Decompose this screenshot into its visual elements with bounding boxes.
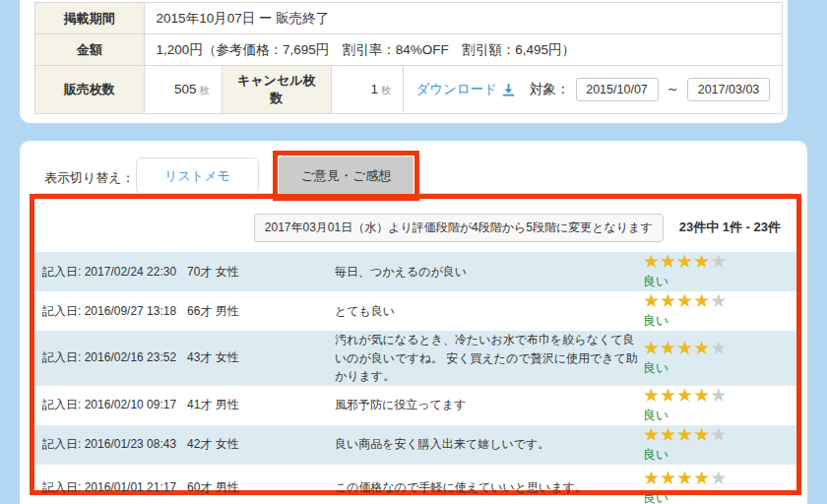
price-value: 1,200円（参考価格：7,695円 割引率：84%OFF 割引額：6,495円… <box>144 34 782 66</box>
date-prefix: 記入日: <box>42 480 81 494</box>
date-value: 2016/09/27 13:18 <box>85 304 176 318</box>
star-rating: ★★★★★ <box>643 292 796 311</box>
tab-feedback[interactable]: ご意見・ご感想 <box>279 157 414 195</box>
table-row: 掲載期間 2015年10月07日 ー 販売終了 <box>35 3 783 34</box>
review-row: 記入日: 2016/01/01 21:17 60才 男性 この価格なので手軽に使… <box>34 465 796 504</box>
sales-count-value: 505 <box>174 82 197 96</box>
review-rating: ★★★★★ 良い <box>643 252 796 291</box>
star-icon: ★ <box>693 424 710 445</box>
cancel-count-header: キャンセル枚数 <box>222 66 331 114</box>
star-icon: ★ <box>643 424 660 445</box>
review-row: 記入日: 2017/02/24 22:30 70才 女性 毎日、つかえるのが良い… <box>34 252 796 291</box>
date-prefix: 記入日: <box>42 304 81 318</box>
review-rating: ★★★★★ 良い <box>643 469 796 504</box>
review-row: 記入日: 2016/02/10 09:17 41才 男性 風邪予防に役立ってます… <box>34 386 796 425</box>
review-comment: 風邪予防に役立ってます <box>335 396 643 414</box>
review-comment: 良い商品を安く購入出来て嬉しいです。 <box>335 435 643 454</box>
rating-change-notice: 2017年03月01日（水）より評価段階が4段階から5段階に変更となります <box>254 214 664 242</box>
star-icon: ★ <box>710 290 727 311</box>
review-date: 記入日: 2016/01/01 21:17 <box>34 479 187 496</box>
star-icon: ★ <box>693 385 710 406</box>
star-icon: ★ <box>676 385 693 406</box>
download-link-label: ダウンロード <box>415 81 497 98</box>
rating-label: 良い <box>643 446 796 464</box>
star-icon: ★ <box>693 251 710 272</box>
review-row: 記入日: 2016/09/27 13:18 66才 男性 とても良い ★★★★★… <box>34 291 796 331</box>
star-rating: ★★★★★ <box>643 340 796 358</box>
date-to-input[interactable] <box>687 78 770 101</box>
rating-label: 良い <box>643 489 796 504</box>
reviewer-age-gender: 41才 男性 <box>187 397 335 413</box>
star-icon: ★ <box>643 290 660 311</box>
star-icon: ★ <box>660 290 676 311</box>
product-summary-card: 掲載期間 2015年10月07日 ー 販売終了 金額 1,200円（参考価格：7… <box>20 0 788 123</box>
reviewer-age-gender: 70才 女性 <box>187 264 335 281</box>
star-icon: ★ <box>710 338 727 358</box>
download-link[interactable]: ダウンロード <box>415 81 516 98</box>
notice-row: 2017年03月01日（水）より評価段階が4段階から5段階に変更となります 23… <box>34 213 796 242</box>
review-rating: ★★★★★ 良い <box>643 425 796 465</box>
review-comment: 汚れが気になるとき、冷たいお水で布巾を絞らなくて良いのが良いですね。 安く買えた… <box>335 331 643 386</box>
star-rating: ★★★★★ <box>643 387 796 406</box>
review-list: 記入日: 2017/02/24 22:30 70才 女性 毎日、つかえるのが良い… <box>34 252 796 504</box>
review-date: 記入日: 2016/01/23 08:43 <box>34 436 187 453</box>
date-prefix: 記入日: <box>42 265 81 279</box>
review-rating: ★★★★★ 良い <box>643 291 796 331</box>
reviewer-age-gender: 60才 男性 <box>187 479 335 496</box>
review-date: 記入日: 2016/02/10 09:17 <box>34 397 187 413</box>
price-header: 金額 <box>35 34 145 66</box>
date-range-separator: ～ <box>667 81 680 98</box>
sales-count-unit: 枚 <box>199 84 210 95</box>
review-rating: ★★★★★ 良い <box>643 339 796 378</box>
feedback-panel: 2017年03月01日（水）より評価段階が4段階から5段階に変更となります 23… <box>30 194 801 495</box>
cancel-count-cell: 1枚 <box>331 66 404 114</box>
rating-label: 良い <box>643 359 796 377</box>
download-icon <box>501 83 516 97</box>
review-count: 23件中 1件 - 23件 <box>679 219 781 236</box>
tab-list-memo[interactable]: リストメモ <box>136 158 259 194</box>
date-prefix: 記入日: <box>42 437 81 451</box>
star-icon: ★ <box>693 338 710 358</box>
review-comment: この価格なので手軽に使えていいと思います。 <box>335 478 643 497</box>
date-from-input[interactable] <box>576 78 659 101</box>
star-icon: ★ <box>710 251 727 272</box>
star-icon: ★ <box>710 424 727 445</box>
review-date: 記入日: 2017/02/24 22:30 <box>34 264 187 281</box>
rating-label: 良い <box>643 273 796 290</box>
review-rating: ★★★★★ 良い <box>643 386 796 425</box>
review-date: 記入日: 2016/09/27 13:18 <box>34 303 187 320</box>
tab-list-memo-label: リストメモ <box>164 167 230 185</box>
sales-count-header: 販売枚数 <box>35 66 145 114</box>
star-icon: ★ <box>676 251 693 272</box>
reviewer-age-gender: 66才 男性 <box>187 303 335 320</box>
table-row: 販売枚数 505枚 キャンセル枚数 1枚 ダウンロード <box>35 66 783 114</box>
star-icon: ★ <box>693 468 710 488</box>
star-icon: ★ <box>676 290 693 311</box>
cancel-count-value: 1 <box>370 82 378 96</box>
review-comment: 毎日、つかえるのが良い <box>335 263 643 282</box>
download-cell: ダウンロード 対象： ～ <box>404 66 783 114</box>
reviewer-age-gender: 43才 女性 <box>187 349 335 366</box>
star-icon: ★ <box>660 468 676 488</box>
cancel-count-unit: 枚 <box>381 84 392 95</box>
sales-count-cell: 505枚 <box>144 66 222 114</box>
star-icon: ★ <box>660 251 676 272</box>
star-icon: ★ <box>676 424 693 445</box>
date-value: 2016/02/10 09:17 <box>85 398 176 411</box>
date-value: 2016/01/01 21:17 <box>85 480 176 494</box>
date-prefix: 記入日: <box>42 398 81 411</box>
star-icon: ★ <box>643 468 660 488</box>
star-icon: ★ <box>676 468 693 488</box>
review-row: 記入日: 2016/01/23 08:43 42才 女性 良い商品を安く購入出来… <box>34 425 796 465</box>
rating-label: 良い <box>643 407 796 424</box>
star-rating: ★★★★★ <box>643 426 796 445</box>
date-prefix: 記入日: <box>42 350 81 364</box>
date-value: 2016/01/23 08:43 <box>85 437 176 451</box>
star-icon: ★ <box>710 385 727 406</box>
star-icon: ★ <box>643 338 660 358</box>
period-value: 2015年10月07日 ー 販売終了 <box>144 3 782 34</box>
date-value: 2016/02/16 23:52 <box>85 350 176 364</box>
star-icon: ★ <box>710 468 727 488</box>
star-icon: ★ <box>643 251 660 272</box>
review-row: 記入日: 2016/02/16 23:52 43才 女性 汚れが気になるとき、冷… <box>34 331 796 386</box>
